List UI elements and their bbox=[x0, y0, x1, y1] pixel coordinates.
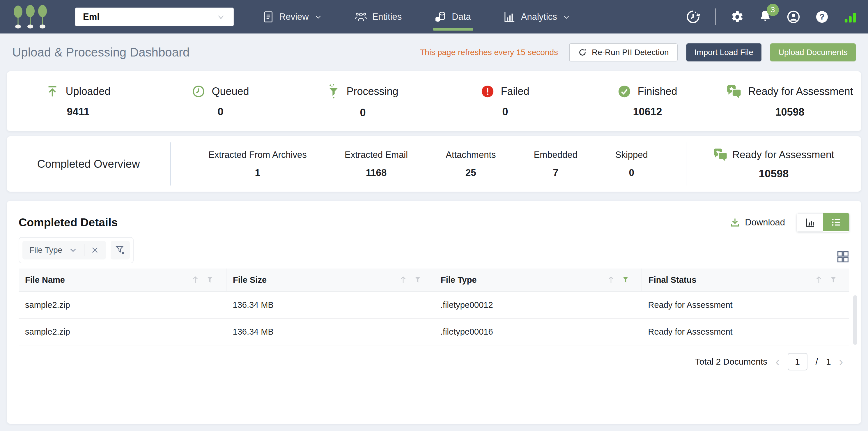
total-pages: 1 bbox=[826, 357, 831, 367]
clear-all-filters-button[interactable] bbox=[111, 241, 130, 259]
stat-label: Processing bbox=[346, 85, 398, 97]
chevron-down-icon bbox=[216, 12, 226, 22]
ready-value: 10598 bbox=[759, 168, 789, 180]
list-view-button[interactable] bbox=[823, 213, 849, 231]
bar-chart-icon bbox=[503, 11, 516, 23]
refresh-note: This page refreshes every 15 seconds bbox=[420, 48, 558, 57]
main-nav: Review Entities bbox=[263, 0, 603, 33]
column-header-final-status[interactable]: Final Status bbox=[642, 268, 849, 291]
header-actions: This page refreshes every 15 seconds Re-… bbox=[420, 44, 856, 61]
column-header-file-size[interactable]: File Size bbox=[226, 268, 434, 291]
table-row[interactable]: sample2.zip 136.34 MB .filetype00012 Rea… bbox=[19, 292, 849, 319]
download-icon bbox=[730, 217, 740, 228]
nav-label: Entities bbox=[372, 12, 402, 22]
stat-ready-for-assessment: Ready for Assessment 10598 bbox=[719, 84, 861, 118]
sort-arrow-icon[interactable] bbox=[815, 276, 823, 284]
signal-bars-icon[interactable] bbox=[843, 10, 857, 24]
sort-arrow-icon[interactable] bbox=[399, 276, 407, 284]
funnel-drip-icon bbox=[327, 84, 340, 99]
completed-details-table: File Name File Size File Type bbox=[19, 268, 849, 345]
stat-queued: Queued 0 bbox=[149, 85, 292, 118]
column-header-file-name[interactable]: File Name bbox=[19, 268, 226, 291]
ostat-extracted-email: Extracted Email 1168 bbox=[345, 150, 408, 178]
table-header-row: File Name File Size File Type bbox=[19, 268, 849, 292]
chevron-down-icon bbox=[314, 13, 322, 21]
cell-file-name: sample2.zip bbox=[19, 300, 226, 310]
filter-icon[interactable] bbox=[414, 277, 421, 283]
error-icon bbox=[481, 85, 494, 98]
cell-file-type: .filetype00016 bbox=[434, 327, 642, 337]
filter-field-label: File Type bbox=[29, 246, 62, 255]
import-load-file-label: Import Load File bbox=[694, 48, 753, 57]
sort-arrow-icon[interactable] bbox=[191, 276, 199, 284]
stat-label: Ready for Assessment bbox=[748, 85, 853, 97]
cell-file-size: 136.34 MB bbox=[226, 300, 434, 310]
stat-value: 10612 bbox=[633, 106, 662, 118]
history-icon[interactable] bbox=[685, 9, 701, 25]
page-number-input[interactable]: 1 bbox=[788, 353, 807, 370]
chevron-down-icon bbox=[562, 13, 570, 21]
table-scrollbar-thumb[interactable] bbox=[853, 295, 857, 345]
stat-value: 9411 bbox=[67, 106, 89, 118]
chart-view-button[interactable] bbox=[797, 213, 823, 232]
column-chooser-icon[interactable] bbox=[837, 251, 849, 263]
filter-icon[interactable] bbox=[830, 277, 837, 283]
stat-label: Failed bbox=[501, 85, 529, 97]
upload-processing-dashboard-page: Eml Review bbox=[0, 0, 868, 431]
nav-item-data[interactable]: Data bbox=[434, 0, 471, 33]
stat-uploaded: Uploaded 9411 bbox=[7, 85, 149, 118]
previous-page-icon[interactable]: ‹ bbox=[775, 356, 779, 368]
next-page-icon[interactable]: › bbox=[839, 356, 843, 368]
completed-overview-card: Completed Overview Extracted From Archiv… bbox=[7, 136, 861, 192]
document-icon bbox=[263, 11, 274, 23]
completed-details-title: Completed Details bbox=[19, 216, 118, 229]
account-icon[interactable] bbox=[786, 10, 801, 24]
notification-count-badge: 3 bbox=[767, 4, 779, 16]
nav-item-entities[interactable]: Entities bbox=[355, 0, 402, 33]
nav-item-analytics[interactable]: Analytics bbox=[503, 0, 570, 33]
column-header-file-type[interactable]: File Type bbox=[434, 268, 642, 291]
page-title: Upload & Processing Dashboard bbox=[12, 46, 189, 59]
help-icon[interactable]: ? bbox=[815, 10, 829, 24]
page-header: Upload & Processing Dashboard This page … bbox=[0, 33, 868, 71]
filter-chip-file-type[interactable]: File Type bbox=[23, 241, 106, 259]
project-select-value: Eml bbox=[83, 12, 99, 22]
pagination-total: Total 2 Documents bbox=[695, 357, 767, 367]
app-logo-icon[interactable] bbox=[11, 4, 52, 30]
assessment-chat-icon bbox=[726, 84, 742, 98]
chart-view-icon bbox=[805, 217, 815, 228]
nav-item-review[interactable]: Review bbox=[263, 0, 322, 33]
database-icon bbox=[434, 10, 446, 23]
table-row[interactable]: sample2.zip 136.34 MB .filetype00016 Rea… bbox=[19, 319, 849, 345]
clear-filter-icon bbox=[115, 245, 126, 256]
upload-documents-button[interactable]: Upload Documents bbox=[770, 44, 856, 61]
ostat-attachments: Attachments 25 bbox=[446, 150, 496, 178]
remove-filter-icon[interactable] bbox=[91, 246, 99, 254]
clock-icon bbox=[192, 85, 205, 98]
completed-details-card: Completed Details Download bbox=[7, 201, 861, 424]
sort-arrow-icon[interactable] bbox=[607, 276, 615, 284]
notifications-button[interactable]: 3 bbox=[758, 9, 772, 24]
download-button[interactable]: Download bbox=[730, 217, 785, 228]
chevron-down-icon[interactable] bbox=[69, 246, 78, 255]
settings-gear-icon[interactable] bbox=[731, 10, 744, 24]
cell-final-status: Ready for Assessment bbox=[642, 327, 850, 337]
view-toggle bbox=[797, 213, 849, 232]
active-tab-underline bbox=[433, 28, 473, 31]
stat-value: 0 bbox=[360, 107, 366, 119]
project-select[interactable]: Eml bbox=[75, 7, 234, 26]
svg-text:?: ? bbox=[819, 12, 824, 21]
topbar: Eml Review bbox=[0, 0, 868, 33]
refresh-icon bbox=[578, 48, 587, 57]
assessment-chat-icon bbox=[713, 148, 728, 161]
ostat-embedded: Embedded 7 bbox=[534, 150, 578, 178]
ostat-extracted-from-archives: Extracted From Archives 1 bbox=[209, 150, 307, 178]
import-load-file-button[interactable]: Import Load File bbox=[686, 44, 762, 61]
stat-label: Uploaded bbox=[65, 85, 110, 97]
nav-label: Review bbox=[279, 12, 309, 22]
stat-label: Queued bbox=[212, 85, 249, 97]
rerun-pii-detection-button[interactable]: Re-Run PII Detection bbox=[569, 44, 678, 61]
stat-processing: Processing 0 bbox=[292, 84, 434, 119]
filter-icon-active[interactable] bbox=[622, 277, 629, 283]
filter-icon[interactable] bbox=[207, 277, 213, 283]
